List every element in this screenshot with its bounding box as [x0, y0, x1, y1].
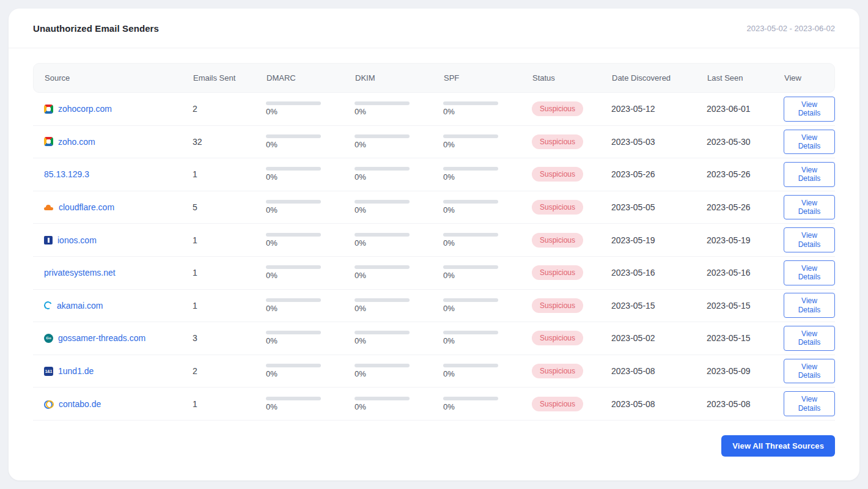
view-cell: View Details: [784, 130, 835, 155]
dkim-meter: 0%: [355, 167, 416, 182]
last-seen-value: 2023-05-19: [707, 235, 784, 245]
source-cell: 1&1 1und1.de: [44, 366, 193, 376]
spf-meter-label: 0%: [443, 336, 504, 345]
dkim-meter-track: [355, 134, 410, 138]
view-details-button[interactable]: View Details: [784, 130, 835, 155]
spf-meter-label: 0%: [443, 369, 504, 378]
spf-meter-track: [443, 233, 498, 237]
source-cell: Go gossamer-threads.com: [44, 333, 193, 343]
dkim-meter-label: 0%: [355, 369, 416, 378]
spf-meter-track: [443, 167, 498, 171]
zoho-icon: [44, 137, 53, 146]
status-cell: Suspicious: [532, 331, 611, 345]
source-link[interactable]: cloudflare.com: [59, 202, 114, 212]
table-row: privatesystems.net 1 0% 0% 0% Suspicious…: [33, 257, 835, 290]
table-row: zohocorp.com 2 0% 0% 0% Suspicious 2023-…: [33, 93, 835, 126]
dmarc-meter-label: 0%: [266, 205, 327, 215]
dkim-meter: 0%: [355, 200, 416, 215]
dmarc-meter: 0%: [266, 298, 327, 313]
dmarc-meter-track: [266, 364, 321, 367]
dmarc-meter-track: [266, 101, 321, 105]
emails-sent-value: 2: [193, 104, 266, 114]
spf-meter: 0%: [443, 298, 504, 313]
dkim-meter: 0%: [355, 397, 416, 411]
spf-meter: 0%: [443, 200, 504, 215]
dmarc-meter-track: [266, 397, 321, 400]
dkim-meter-track: [355, 200, 410, 204]
emails-sent-value: 1: [193, 268, 266, 278]
source-cell: 85.13.129.3: [44, 169, 193, 179]
view-details-button[interactable]: View Details: [784, 162, 835, 187]
dmarc-meter: 0%: [266, 167, 327, 182]
source-cell: contabo.de: [44, 399, 193, 409]
dmarc-meter: 0%: [266, 101, 327, 116]
source-cell: ionos.com: [44, 235, 193, 245]
spf-meter-track: [443, 298, 498, 302]
last-seen-value: 2023-05-30: [707, 137, 784, 147]
dkim-meter-label: 0%: [355, 107, 416, 116]
source-link[interactable]: 85.13.129.3: [44, 169, 89, 179]
card-header: Unauthorized Email Senders 2023-05-02 - …: [9, 9, 859, 48]
table-row: contabo.de 1 0% 0% 0% Suspicious 2023-05…: [33, 388, 835, 421]
spf-meter-track: [443, 134, 498, 138]
dmarc-meter-label: 0%: [266, 140, 327, 149]
source-link[interactable]: zohocorp.com: [58, 104, 112, 114]
dkim-meter: 0%: [355, 233, 416, 248]
source-link[interactable]: ionos.com: [57, 235, 97, 245]
date-range-label: 2023-05-02 - 2023-06-02: [746, 24, 835, 33]
view-cell: View Details: [784, 97, 835, 122]
dmarc-meter: 0%: [266, 265, 327, 280]
source-link[interactable]: 1und1.de: [58, 366, 94, 376]
last-seen-value: 2023-05-09: [707, 366, 784, 376]
view-details-button[interactable]: View Details: [784, 227, 835, 252]
last-seen-value: 2023-06-01: [707, 104, 784, 114]
view-details-button[interactable]: View Details: [784, 391, 835, 416]
dkim-meter-label: 0%: [355, 402, 416, 411]
dkim-meter-label: 0%: [355, 271, 416, 280]
status-cell: Suspicious: [532, 101, 611, 116]
source-link[interactable]: contabo.de: [59, 399, 101, 409]
dmarc-meter-label: 0%: [266, 369, 327, 378]
spf-meter-track: [443, 101, 498, 105]
date-discovered-value: 2023-05-15: [611, 301, 707, 311]
dmarc-meter-label: 0%: [266, 238, 327, 248]
date-discovered-value: 2023-05-05: [611, 202, 707, 212]
source-link[interactable]: gossamer-threads.com: [58, 333, 145, 343]
dmarc-meter: 0%: [266, 233, 327, 248]
dmarc-meter-label: 0%: [266, 172, 327, 182]
dmarc-meter: 0%: [266, 200, 327, 215]
table-row: Go gossamer-threads.com 3 0% 0% 0% Suspi…: [33, 322, 835, 355]
view-details-button[interactable]: View Details: [784, 97, 835, 122]
view-details-button[interactable]: View Details: [784, 195, 835, 220]
view-details-button[interactable]: View Details: [784, 293, 835, 318]
dmarc-meter-track: [266, 167, 321, 171]
view-all-threat-sources-button[interactable]: View All Threat Sources: [721, 435, 835, 457]
spf-meter-track: [443, 331, 498, 334]
view-details-button[interactable]: View Details: [784, 359, 835, 384]
source-link[interactable]: privatesystems.net: [44, 268, 116, 278]
spf-meter-label: 0%: [443, 271, 504, 280]
spf-meter-label: 0%: [443, 304, 504, 313]
dmarc-meter-label: 0%: [266, 304, 327, 313]
dmarc-meter-label: 0%: [266, 271, 327, 280]
gossamer-icon: Go: [44, 334, 53, 343]
status-badge: Suspicious: [532, 364, 583, 378]
status-badge: Suspicious: [532, 397, 583, 411]
column-header-spf: SPF: [444, 73, 532, 83]
dkim-meter: 0%: [355, 101, 416, 116]
source-link[interactable]: akamai.com: [57, 301, 103, 311]
spf-meter: 0%: [443, 397, 504, 411]
dkim-meter-track: [355, 167, 410, 171]
dkim-meter-label: 0%: [355, 336, 416, 345]
view-details-button[interactable]: View Details: [784, 326, 835, 351]
source-link[interactable]: zoho.com: [58, 137, 95, 147]
table-row: 85.13.129.3 1 0% 0% 0% Suspicious 2023-0…: [33, 158, 835, 191]
dkim-meter-label: 0%: [355, 205, 416, 215]
status-cell: Suspicious: [532, 397, 611, 411]
view-cell: View Details: [784, 260, 835, 285]
view-details-button[interactable]: View Details: [784, 260, 835, 285]
cloudflare-icon: [44, 202, 54, 212]
status-badge: Suspicious: [532, 134, 583, 149]
dmarc-meter: 0%: [266, 397, 327, 411]
view-cell: View Details: [784, 293, 835, 318]
